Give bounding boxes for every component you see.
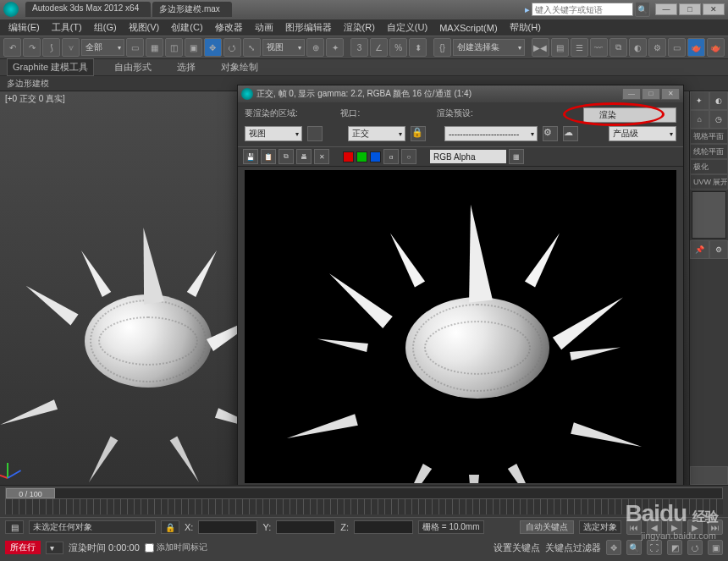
coord-z-field[interactable]: [354, 520, 413, 534]
menu-modifiers[interactable]: 修改器: [210, 19, 248, 36]
render-production-icon[interactable]: 🫖: [687, 38, 705, 57]
next-frame-icon[interactable]: ▶: [687, 520, 703, 535]
angle-snap-icon[interactable]: ∠: [370, 38, 388, 57]
time-slider-thumb[interactable]: 0 / 100: [6, 488, 55, 498]
goto-end-icon[interactable]: ⏭: [708, 520, 723, 535]
add-time-tag-checkbox[interactable]: 添加时间标记: [145, 542, 207, 553]
setkey-button[interactable]: 设置关键点: [494, 542, 540, 554]
ribbon-tab-objectpaint[interactable]: 对象绘制: [216, 59, 263, 75]
render-setup-icon[interactable]: ⚙: [648, 38, 666, 57]
curve-editor-icon[interactable]: 〰: [590, 38, 608, 57]
modifier-item-1[interactable]: 线轮平面: [690, 144, 728, 159]
selection-filter-dropdown[interactable]: 全部: [81, 39, 124, 56]
menu-help[interactable]: 帮助(H): [505, 19, 546, 36]
cmdpanel-tab-create-icon[interactable]: ✦: [690, 91, 709, 110]
menu-group[interactable]: 组(G): [89, 19, 122, 36]
channel-mono-icon[interactable]: ○: [401, 149, 416, 164]
cmdpanel-tab-hierarchy-icon[interactable]: ⌂: [690, 110, 709, 129]
modifier-item-0[interactable]: 视格平面: [690, 129, 728, 144]
window-crossing-icon[interactable]: ▣: [185, 38, 202, 57]
render-window-titlebar[interactable]: 正交, 帧 0, 显示 gamma: 2.2, RGBA 颜色 16 位/通道 …: [238, 85, 683, 102]
help-search-input[interactable]: [532, 3, 633, 16]
toggle-overlay-icon[interactable]: ▦: [509, 149, 524, 164]
window-minimize-button[interactable]: —: [655, 3, 677, 15]
named-selset-dropdown[interactable]: 创建选择集: [453, 39, 525, 56]
render-viewport-lock-icon[interactable]: 🔒: [411, 126, 426, 141]
cmdpanel-tab-motion-icon[interactable]: ◷: [709, 110, 729, 129]
nav-zoom-icon[interactable]: 🔍: [626, 540, 642, 555]
channel-blue-swatch[interactable]: [370, 151, 381, 162]
save-image-icon[interactable]: 💾: [243, 149, 258, 164]
menu-tools[interactable]: 工具(T): [47, 19, 87, 36]
rotate-icon[interactable]: ⭯: [223, 38, 241, 57]
time-ruler[interactable]: [5, 499, 723, 514]
script-listener-dropdown[interactable]: ▾: [46, 542, 63, 554]
help-search-icon[interactable]: 🔍: [635, 2, 650, 17]
modifier-item-3[interactable]: UVW 展开: [690, 174, 728, 190]
align-icon[interactable]: ▤: [551, 38, 569, 57]
nav-pan-icon[interactable]: ✥: [606, 540, 621, 555]
cmdpanel-scroll-icon[interactable]: [690, 466, 728, 485]
snap-toggle-icon[interactable]: 3: [350, 38, 368, 57]
menu-edit[interactable]: 编辑(E): [3, 19, 45, 36]
cmdpanel-tab-modify-icon[interactable]: ◐: [709, 91, 729, 110]
menu-animation[interactable]: 动画: [250, 19, 279, 36]
redo-icon[interactable]: ↷: [23, 38, 41, 57]
render-window-min-button[interactable]: —: [622, 88, 641, 100]
coord-x-field[interactable]: [198, 520, 257, 534]
window-maximize-button[interactable]: □: [679, 3, 701, 15]
copy-image-icon[interactable]: 📋: [261, 149, 276, 164]
select-name-icon[interactable]: ▦: [146, 38, 163, 57]
render-preset-dropdown[interactable]: -------------------------: [444, 126, 538, 141]
menu-customize[interactable]: 自定义(U): [382, 19, 433, 36]
render-product-dropdown[interactable]: 产品级: [609, 126, 676, 141]
print-icon[interactable]: 🖶: [296, 149, 312, 164]
render-window-close-button[interactable]: ✕: [661, 88, 680, 100]
mod-config-icon[interactable]: ⚙: [709, 240, 729, 259]
channel-green-swatch[interactable]: [356, 151, 367, 162]
keyfilter-button[interactable]: 关键点过滤器: [545, 542, 601, 554]
goto-start-icon[interactable]: ⏮: [626, 520, 642, 535]
scale-icon[interactable]: ⤡: [243, 38, 261, 57]
channel-alpha-icon[interactable]: α: [383, 149, 399, 164]
environment-icon[interactable]: ☁: [563, 126, 578, 141]
prev-frame-icon[interactable]: ◀: [647, 520, 662, 535]
mirror-icon[interactable]: ▶◀: [532, 38, 549, 57]
clone-window-icon[interactable]: ⧉: [279, 149, 294, 164]
play-icon[interactable]: ▶: [667, 520, 682, 535]
window-close-button[interactable]: ✕: [703, 3, 725, 15]
render-area-dropdown[interactable]: 视图: [245, 126, 302, 141]
layers-icon[interactable]: ☰: [571, 38, 588, 57]
menu-maxscript[interactable]: MAXScript(M): [434, 21, 502, 35]
ribbon-tab-modeling[interactable]: Graphite 建模工具: [7, 58, 94, 76]
keymode-dropdown[interactable]: 选定对象: [579, 520, 621, 534]
render-area-edit-icon[interactable]: [307, 126, 323, 141]
nav-fov-icon[interactable]: ◩: [667, 540, 682, 555]
channel-red-swatch[interactable]: [343, 151, 354, 162]
render-viewport-dropdown[interactable]: 正交: [348, 126, 405, 141]
render-setup-icon-small[interactable]: ⚙: [543, 126, 558, 141]
render-button[interactable]: 渲染: [583, 107, 676, 123]
nav-maxtoggle-icon[interactable]: ▣: [708, 540, 723, 555]
lock-selection-icon[interactable]: 🔒: [161, 520, 179, 534]
undo-icon[interactable]: ↶: [3, 38, 21, 57]
autokey-button[interactable]: 自动关键点: [520, 520, 574, 534]
spinner-snap-icon[interactable]: ⬍: [409, 38, 427, 57]
render-iterative-icon[interactable]: 🫖: [707, 38, 725, 57]
manip-icon[interactable]: ✦: [326, 38, 344, 57]
select-region-icon[interactable]: ◫: [165, 38, 183, 57]
channel-dropdown[interactable]: RGB Alpha: [430, 150, 506, 163]
render-window-max-button[interactable]: □: [642, 88, 660, 100]
menu-create[interactable]: 创建(C): [166, 19, 207, 36]
clear-icon[interactable]: ✕: [314, 149, 329, 164]
menu-grapheditors[interactable]: 图形编辑器: [280, 19, 337, 36]
coord-y-field[interactable]: [276, 520, 335, 534]
link-icon[interactable]: ⟆: [42, 38, 60, 57]
mod-pin-icon[interactable]: 📌: [690, 240, 709, 259]
maxscript-mini-icon[interactable]: ▤: [5, 520, 24, 534]
nav-zoomext-icon[interactable]: ⛶: [647, 540, 662, 555]
ribbon-tab-freeform[interactable]: 自由形式: [109, 59, 157, 75]
ref-coord-dropdown[interactable]: 视图: [262, 39, 305, 56]
unlink-icon[interactable]: ⟇: [62, 38, 80, 57]
menu-view[interactable]: 视图(V): [124, 19, 165, 36]
